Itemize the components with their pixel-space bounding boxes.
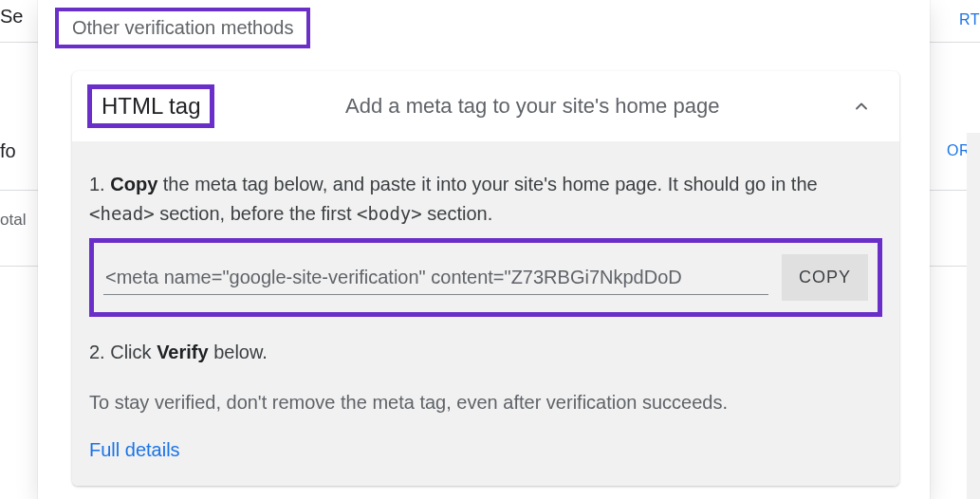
section-title: Other verification methods <box>72 17 293 38</box>
step-text: section. <box>422 203 492 224</box>
meta-tag-row: COPY <box>103 254 868 301</box>
scrollbar-track[interactable] <box>967 133 980 499</box>
copy-button[interactable]: COPY <box>782 254 868 301</box>
bg-text: Se <box>0 6 38 28</box>
method-description: Add a meta tag to your site's home page <box>230 94 835 119</box>
step-text: section, before the first <box>155 203 357 224</box>
meta-tag-highlight: COPY <box>89 238 882 317</box>
bg-text: fo <box>0 140 38 162</box>
section-header: Other verification methods <box>38 0 930 71</box>
verification-method-card: HTML tag Add a meta tag to your site's h… <box>72 71 899 486</box>
step-number: 1. <box>89 174 110 194</box>
verification-dialog: Other verification methods HTML tag Add … <box>38 0 930 499</box>
bg-text: RT <box>959 11 980 28</box>
chevron-up-icon[interactable] <box>850 95 873 118</box>
full-details-link[interactable]: Full details <box>89 439 180 461</box>
step-1: 1. Copy the meta tag below, and paste it… <box>89 170 882 229</box>
meta-tag-input[interactable] <box>103 261 768 295</box>
code-head: <head> <box>89 203 155 224</box>
code-body: <body> <box>357 203 422 224</box>
method-title-highlight: HTML tag <box>87 84 214 128</box>
bg-text: otal <box>0 211 38 230</box>
verification-note: To stay verified, don't remove the meta … <box>89 388 882 416</box>
card-header[interactable]: HTML tag Add a meta tag to your site's h… <box>72 71 899 141</box>
step-text: below. <box>209 342 268 362</box>
step-2: 2. Click Verify below. <box>89 338 882 367</box>
method-title: HTML tag <box>102 93 200 119</box>
step-number: 2. Click <box>89 342 157 362</box>
step-bold: Copy <box>110 174 157 194</box>
step-bold: Verify <box>157 342 208 362</box>
section-title-highlight: Other verification methods <box>55 8 310 48</box>
step-text: the meta tag below, and paste it into yo… <box>157 174 817 194</box>
card-body: 1. Copy the meta tag below, and paste it… <box>72 141 899 486</box>
